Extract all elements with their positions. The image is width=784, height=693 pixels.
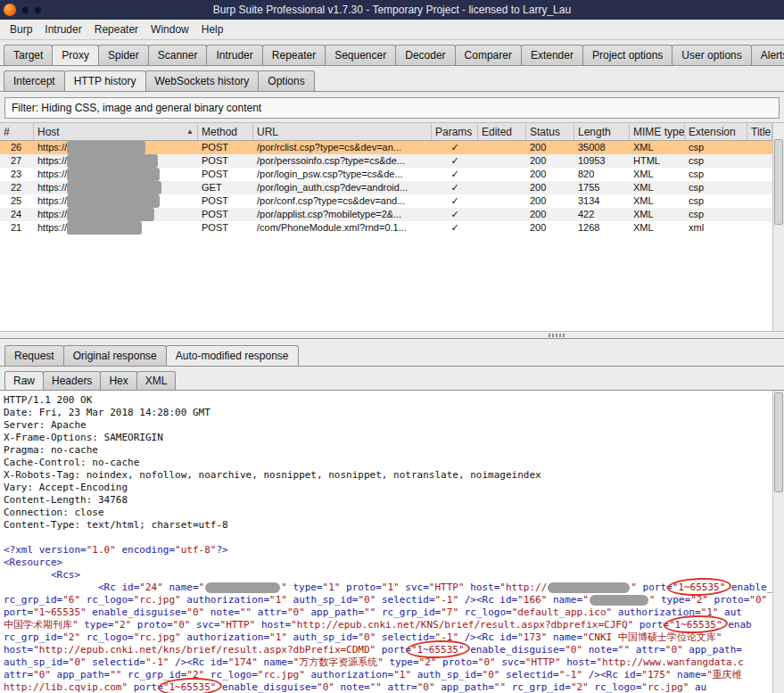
xml-markup: host=: [4, 644, 33, 656]
column-header-mime-type[interactable]: MIME type: [630, 123, 685, 140]
tab-extender[interactable]: Extender: [521, 45, 583, 65]
filter-bar[interactable]: Filter: Hiding CSS, image and general bi…: [4, 97, 780, 119]
table-row[interactable]: 24https://POST/por/applist.csp?mobiletyp…: [0, 208, 784, 221]
cell-method: POST: [198, 154, 253, 168]
xml-markup: selectid=: [87, 656, 145, 668]
tab-intercept[interactable]: Intercept: [4, 70, 65, 91]
tab-sequencer[interactable]: Sequencer: [325, 45, 396, 65]
tab-hex[interactable]: Hex: [100, 371, 136, 390]
tab-decoder[interactable]: Decoder: [395, 45, 455, 65]
menu-item-help[interactable]: Help: [195, 21, 230, 38]
table-row[interactable]: 25https://POST/por/conf.csp?type=cs&dev=…: [0, 194, 784, 208]
tab-alerts[interactable]: Alerts: [751, 45, 784, 65]
column-header-title[interactable]: Title: [747, 123, 772, 140]
window-button-icon[interactable]: [22, 7, 29, 13]
cell-params: ✓: [432, 141, 478, 154]
menu-bar: BurpIntruderRepeaterWindowHelp: [0, 20, 784, 40]
tab-options[interactable]: Options: [258, 70, 314, 91]
tab-user-options[interactable]: User options: [672, 45, 751, 65]
xml-markup: name=: [671, 669, 706, 681]
window-button-icon[interactable]: [35, 7, 41, 13]
tab-repeater[interactable]: Repeater: [262, 45, 326, 65]
redaction-blob: [67, 141, 145, 154]
xml-markup: <Resource>: [4, 557, 62, 568]
xml-value: "24": [139, 582, 163, 593]
column-label: Title: [751, 126, 771, 138]
scrollbar-thumb[interactable]: [774, 139, 783, 225]
cell-number: 26: [0, 141, 34, 154]
xml-value: "2": [113, 619, 131, 631]
column-header-length[interactable]: Length: [574, 123, 630, 140]
xml-markup: svc=: [496, 656, 525, 668]
column-header-num[interactable]: #: [0, 123, 34, 140]
column-label: Method: [202, 126, 237, 138]
tab-http-history[interactable]: HTTP history: [64, 70, 146, 92]
xml-markup: port=: [4, 606, 33, 618]
table-row[interactable]: 21https://POST/com/PhoneModule.xml?rnd=0…: [0, 221, 784, 235]
tab-proxy[interactable]: Proxy: [52, 45, 99, 66]
redaction-blob: [590, 595, 648, 606]
host-prefix: https://: [37, 155, 67, 166]
table-row[interactable]: 23https://POST/por/login_psw.csp?type=cs…: [0, 168, 784, 181]
tab-project-options[interactable]: Project options: [582, 45, 673, 65]
table-row[interactable]: 22https://GET/por/login_auth.csp?dev=and…: [0, 181, 784, 194]
xml-value: "1.0": [87, 544, 116, 556]
cell-url: /com/PhoneModule.xml?rnd=0.1...: [253, 221, 432, 235]
cell-title: [747, 208, 772, 221]
panel-splitter[interactable]: [0, 331, 784, 339]
burp-app-icon: [4, 4, 16, 16]
xml-value: "0": [565, 644, 582, 656]
xml-markup: proto=: [708, 594, 749, 606]
cell-host: https://: [34, 194, 198, 208]
menu-item-burp[interactable]: Burp: [4, 21, 38, 38]
table-scrollbar[interactable]: [772, 123, 784, 331]
xml-value: "1": [701, 606, 719, 618]
xml-markup: authorization=: [305, 669, 393, 681]
http-history-table: #Host▲MethodURLParamsEditedStatusLengthM…: [0, 122, 784, 331]
tab-auto-modified-response[interactable]: Auto-modified response: [166, 345, 299, 367]
xml-markup: svc=: [400, 582, 429, 593]
menu-item-intruder[interactable]: Intruder: [38, 21, 87, 38]
splitter-grip-icon[interactable]: [549, 334, 566, 337]
tab-headers[interactable]: Headers: [43, 371, 101, 390]
response-line: <Rcs>: [4, 569, 784, 582]
tab-xml[interactable]: XML: [136, 371, 177, 390]
xml-markup: type=: [655, 594, 690, 606]
column-header-edited[interactable]: Edited: [478, 123, 526, 140]
tab-request[interactable]: Request: [4, 345, 64, 366]
column-header-extension[interactable]: Extension: [685, 123, 747, 140]
tab-websockets-history[interactable]: WebSockets history: [145, 70, 260, 91]
xml-value: "-1": [559, 669, 583, 681]
tab-intruder[interactable]: Intruder: [206, 45, 262, 65]
tab-scanner[interactable]: Scanner: [148, 45, 208, 65]
column-header-params[interactable]: Params: [432, 123, 478, 140]
xml-markup: auth_sp_id=: [287, 631, 358, 643]
xml-value: "0": [358, 631, 375, 643]
red-circle-annotation: "1~65535": [163, 681, 217, 693]
response-line: http://lib.cqvip.com" port="1~65535" ena…: [4, 681, 784, 693]
table-row[interactable]: 26https://POST/por/rclist.csp?type=cs&de…: [0, 141, 784, 154]
column-header-host[interactable]: Host▲: [34, 123, 198, 140]
tab-target[interactable]: Target: [4, 45, 53, 65]
menu-item-repeater[interactable]: Repeater: [88, 21, 144, 38]
xml-value: "": [618, 644, 630, 656]
response-line: Vary: Accept-Encoding: [4, 482, 784, 494]
column-header-status[interactable]: Status: [526, 123, 574, 140]
column-header-method[interactable]: Method: [198, 123, 253, 140]
tab-comparer[interactable]: Comparer: [455, 45, 522, 65]
xml-value: "6": [62, 594, 80, 606]
xml-value: "": [240, 606, 252, 618]
response-scrollbar[interactable]: [772, 391, 784, 693]
tab-raw[interactable]: Raw: [4, 371, 44, 391]
xml-value: "0": [287, 606, 305, 618]
menu-item-window[interactable]: Window: [144, 21, 195, 38]
scrollbar-thumb[interactable]: [774, 392, 783, 492]
xml-value: "": [110, 669, 121, 681]
tab-spider[interactable]: Spider: [98, 45, 149, 65]
table-row[interactable]: 27https://POST/por/perssoinfo.csp?type=c…: [0, 154, 784, 168]
column-header-url[interactable]: URL: [253, 123, 432, 140]
xml-value: "": [370, 681, 382, 693]
xml-markup: rc_logo=: [204, 669, 258, 681]
tab-original-response[interactable]: Original response: [63, 345, 167, 366]
cell-mime: XML: [630, 141, 685, 154]
